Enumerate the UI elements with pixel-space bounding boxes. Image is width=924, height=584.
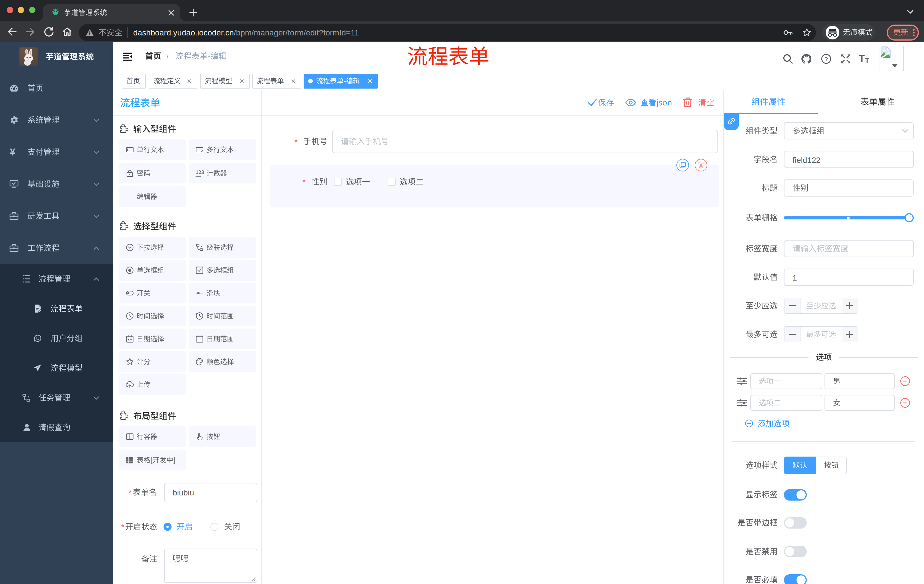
svg-text:?: ? [825,56,828,62]
